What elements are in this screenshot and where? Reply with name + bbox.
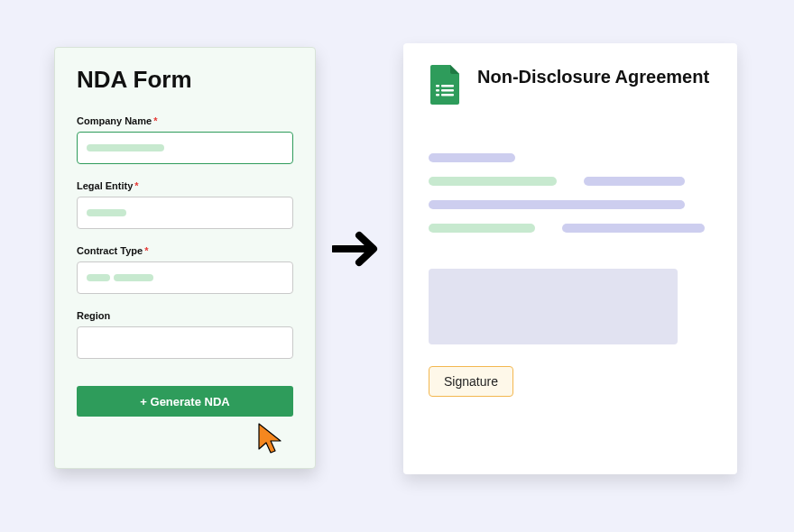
required-marker: * (144, 245, 148, 256)
label-contract-text: Contract Type (77, 245, 143, 256)
svg-rect-2 (436, 89, 439, 92)
svg-rect-4 (436, 94, 439, 96)
generate-button-label: + Generate NDA (140, 395, 229, 408)
field-contract: Contract Type* (77, 245, 293, 294)
document-card: Non-Disclosure Agreement Signature (403, 43, 737, 474)
label-company-text: Company Name (77, 115, 152, 126)
svg-rect-0 (436, 85, 439, 87)
text-line (429, 200, 685, 209)
form-title: NDA Form (77, 66, 293, 94)
required-marker: * (153, 115, 157, 126)
label-region-text: Region (77, 310, 110, 321)
document-icon (429, 65, 461, 105)
input-company[interactable] (77, 132, 293, 164)
signature-button[interactable]: Signature (429, 366, 513, 397)
signature-area (429, 269, 678, 344)
svg-rect-1 (441, 85, 454, 87)
document-title: Non-Disclosure Agreement (477, 65, 709, 88)
field-entity: Legal Entity* (77, 180, 293, 229)
placeholder-ghost (87, 274, 110, 281)
label-entity-text: Legal Entity (77, 180, 133, 191)
document-body-lines (429, 153, 712, 233)
required-marker: * (134, 180, 138, 191)
document-header: Non-Disclosure Agreement (429, 65, 712, 105)
label-contract: Contract Type* (77, 245, 293, 256)
generate-button[interactable]: + Generate NDA (77, 386, 293, 417)
label-company: Company Name* (77, 115, 293, 126)
text-line (429, 177, 557, 186)
input-region[interactable] (77, 326, 293, 359)
input-entity[interactable] (77, 197, 293, 229)
placeholder-ghost (114, 274, 153, 281)
label-entity: Legal Entity* (77, 180, 293, 191)
text-line (584, 177, 685, 186)
nda-form-card: NDA Form Company Name* Legal Entity* Con… (54, 47, 316, 469)
svg-rect-3 (441, 89, 454, 92)
placeholder-ghost (87, 144, 164, 151)
text-line (429, 153, 515, 162)
field-region: Region (77, 310, 293, 359)
input-contract[interactable] (77, 261, 293, 294)
text-line (562, 224, 705, 233)
placeholder-ghost (87, 209, 126, 216)
diagram-canvas: NDA Form Company Name* Legal Entity* Con… (0, 0, 794, 532)
label-region: Region (77, 310, 293, 321)
arrow-right-icon (332, 230, 381, 268)
svg-rect-5 (441, 94, 454, 96)
text-line (429, 224, 535, 233)
field-company: Company Name* (77, 115, 293, 164)
